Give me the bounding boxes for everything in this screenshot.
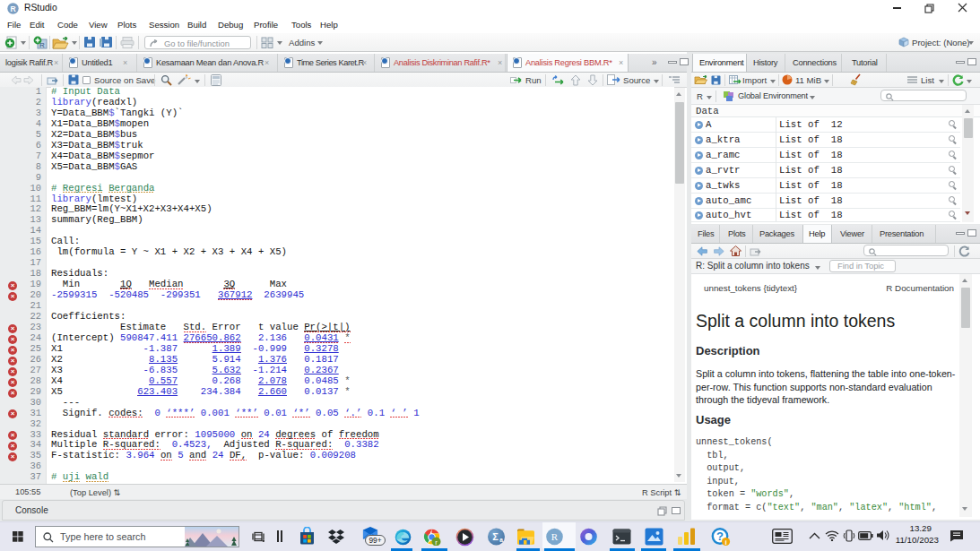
svg-text:a: a	[499, 537, 503, 543]
svg-text:R: R	[10, 4, 15, 13]
svg-text:r: r	[435, 538, 438, 547]
svg-text:Σ: Σ	[492, 531, 499, 542]
svg-text:R: R	[551, 531, 559, 542]
svg-text:i: i	[724, 538, 726, 547]
